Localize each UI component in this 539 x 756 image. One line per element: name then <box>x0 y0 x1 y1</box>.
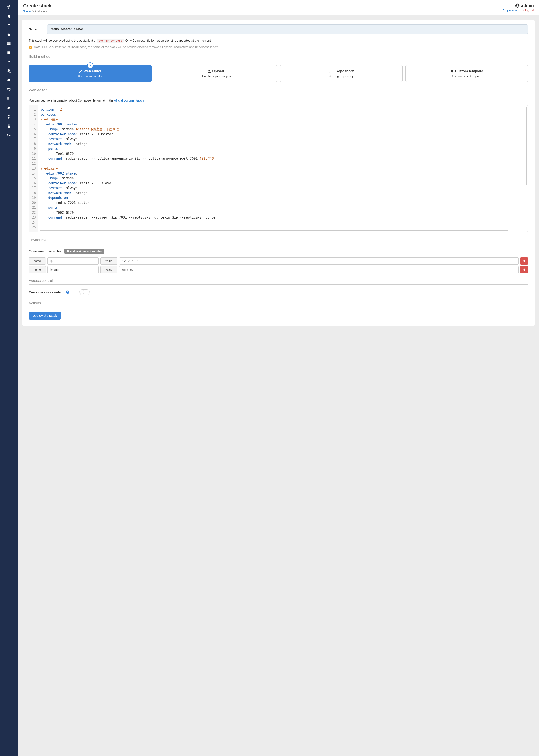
method-card-custom-template[interactable]: Custom templateUse a custom template <box>405 65 528 82</box>
env-name-label: name <box>29 257 46 265</box>
sidebar-registries[interactable] <box>0 122 18 130</box>
method-card-web-editor[interactable]: Web editorUse our Web editor <box>29 65 152 82</box>
editor-scrollbar-horizontal[interactable] <box>40 230 508 231</box>
topbar: Create stack Stacks > Add stack admin my… <box>18 0 539 15</box>
sidebar-host[interactable] <box>0 95 18 103</box>
section-web-editor: Web editor <box>29 88 528 94</box>
section-access-control: Access control <box>29 279 528 285</box>
intro-text: This stack will be deployed using the eq… <box>29 39 528 42</box>
sidebar-logo[interactable] <box>0 3 18 11</box>
warning-icon <box>29 46 32 49</box>
stack-name-input[interactable] <box>47 24 528 34</box>
breadcrumb-current: Add stack <box>35 10 47 13</box>
env-name-input[interactable] <box>47 257 99 265</box>
env-value-input[interactable] <box>119 257 518 265</box>
env-value-label: value <box>100 257 117 265</box>
wrench-icon <box>501 9 504 11</box>
logout-link[interactable]: log out <box>522 9 534 12</box>
env-value-label: value <box>100 266 117 274</box>
access-control-toggle[interactable] <box>79 289 90 295</box>
code-editor[interactable]: 1234567891011121314151617181920212223242… <box>29 105 528 232</box>
sidebar-stacks[interactable] <box>0 40 18 48</box>
sidebar-home[interactable] <box>0 12 18 21</box>
delete-env-var-button[interactable] <box>520 266 528 274</box>
env-name-label: name <box>29 266 46 274</box>
user-display: admin <box>501 3 534 8</box>
method-card-upload[interactable]: UploadUpload from your computer <box>154 65 277 82</box>
official-docs-link[interactable]: official documentation <box>114 99 143 102</box>
add-env-var-button[interactable]: add environment variable <box>64 249 104 254</box>
check-icon <box>87 62 93 68</box>
form-card: Name This stack will be deployed using t… <box>22 20 535 326</box>
sidebar <box>0 0 18 756</box>
section-actions: Actions <box>29 301 528 307</box>
env-vars-label: Environment variables <box>29 249 61 253</box>
breadcrumb-link[interactable]: Stacks <box>23 10 32 13</box>
my-account-link[interactable]: my account <box>501 9 519 12</box>
trash-icon <box>523 260 526 263</box>
method-card-repository[interactable]: gitRepositoryUse a git repository <box>280 65 403 82</box>
section-environment: Environment <box>29 238 528 244</box>
logout-icon <box>522 9 524 11</box>
plus-icon <box>67 250 69 252</box>
sidebar-users[interactable] <box>0 104 18 112</box>
user-icon <box>515 3 520 8</box>
note-text: Note: Due to a limitation of libcompose,… <box>29 45 528 49</box>
sidebar-containers[interactable] <box>0 49 18 57</box>
name-label: Name <box>29 28 41 31</box>
env-value-input[interactable] <box>119 266 518 274</box>
env-name-input[interactable] <box>47 266 99 274</box>
help-icon[interactable] <box>66 290 70 294</box>
sidebar-settings[interactable] <box>0 131 18 139</box>
sidebar-templates[interactable] <box>0 31 18 39</box>
sidebar-endpoints[interactable] <box>0 113 18 121</box>
access-control-label: Enable access control <box>29 290 63 294</box>
svg-point-1 <box>517 4 518 6</box>
sidebar-networks[interactable] <box>0 67 18 75</box>
page-title: Create stack <box>23 3 52 9</box>
sidebar-images[interactable] <box>0 58 18 66</box>
breadcrumb: Stacks > Add stack <box>23 10 52 13</box>
sidebar-dashboard[interactable] <box>0 21 18 30</box>
trash-icon <box>523 268 526 271</box>
editor-hint: You can get more information about Compo… <box>29 99 528 102</box>
section-build-method: Build method <box>29 54 528 60</box>
editor-scrollbar-vertical[interactable] <box>526 107 527 185</box>
sidebar-volumes[interactable] <box>0 76 18 85</box>
sidebar-events[interactable] <box>0 85 18 94</box>
deploy-button[interactable]: Deploy the stack <box>29 312 61 320</box>
delete-env-var-button[interactable] <box>520 257 528 265</box>
